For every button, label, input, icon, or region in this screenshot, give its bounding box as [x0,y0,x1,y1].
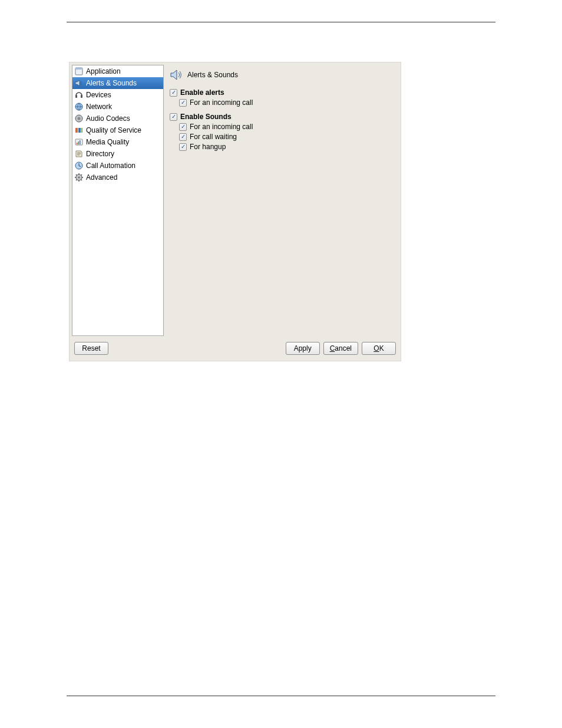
content-title: Alerts & Sounds [187,71,238,79]
group-enable-alerts: Enable alerts For an incoming call [170,88,394,107]
sidebar-item-label: Advanced [86,173,117,182]
checkbox-label: Enable Sounds [180,113,232,121]
sidebar-item-label: Network [86,103,112,111]
button-label: Cancel [330,344,352,353]
cancel-button[interactable]: Cancel [323,342,358,355]
checkbox-label: For an incoming call [190,98,253,107]
svg-rect-7 [75,128,78,133]
checkbox-label: For an incoming call [190,123,253,131]
directory-icon [74,149,84,159]
svg-rect-3 [81,95,82,98]
sidebar-item-media-quality[interactable]: Media Quality [72,136,163,148]
button-label: Reset [82,344,100,353]
qos-icon [74,126,84,135]
sidebar-item-label: Devices [86,91,111,99]
button-label: Apply [294,344,312,353]
checkbox-label: Enable alerts [180,88,224,97]
sidebar-item-alerts-sounds[interactable]: Alerts & Sounds [72,77,163,89]
apply-button[interactable]: Apply [286,342,320,355]
gear-icon [74,173,84,182]
sidebar-item-application[interactable]: Application [72,65,163,77]
checkmark-icon [179,123,187,131]
speaker-icon [74,78,84,88]
svg-rect-2 [75,95,77,98]
page-rule-bottom [67,696,495,696]
checkmark-icon [179,143,187,151]
checkbox-label: For hangup [190,143,226,151]
checkbox-sounds-incoming-call[interactable]: For an incoming call [179,123,394,131]
sidebar-item-label: Application [86,67,121,75]
sidebar-item-label: Audio Codecs [86,114,130,123]
svg-point-6 [78,117,81,120]
media-quality-icon [74,137,84,147]
reset-button[interactable]: Reset [74,342,108,355]
checkbox-label: For call waiting [190,133,237,141]
preferences-dialog: Application Alerts & Sounds Devices [69,62,401,361]
sidebar-item-label: Directory [86,150,114,158]
svg-rect-9 [81,128,82,133]
automation-icon [74,161,84,170]
checkmark-icon [170,113,177,121]
svg-rect-12 [78,141,80,144]
checkbox-enable-alerts[interactable]: Enable alerts [170,88,394,97]
checkmark-icon [170,89,177,97]
button-label: OK [373,344,384,353]
settings-sidebar: Application Alerts & Sounds Devices [72,65,164,336]
sidebar-item-directory[interactable]: Directory [72,148,163,160]
content-pane: Alerts & Sounds Enable alerts For an inc… [170,65,397,336]
checkbox-alerts-incoming-call[interactable]: For an incoming call [179,98,394,107]
sidebar-item-label: Alerts & Sounds [86,79,137,87]
checkmark-icon [179,133,187,141]
headset-icon [74,90,84,100]
svg-rect-1 [75,68,82,70]
sidebar-item-advanced[interactable]: Advanced [72,172,163,183]
sidebar-item-label: Media Quality [86,138,129,146]
window-icon [74,67,84,76]
speaker-icon [170,68,183,81]
svg-rect-8 [78,128,81,133]
checkbox-sounds-call-waiting[interactable]: For call waiting [179,133,394,141]
sidebar-item-network[interactable]: Network [72,101,163,113]
sidebar-item-audio-codecs[interactable]: Audio Codecs [72,113,163,124]
svg-point-16 [78,176,80,179]
dialog-footer: Reset Apply Cancel OK [70,340,401,361]
checkbox-enable-sounds[interactable]: Enable Sounds [170,113,394,121]
checkbox-sounds-hangup[interactable]: For hangup [179,143,394,151]
sidebar-item-label: Quality of Service [86,126,141,134]
sidebar-item-devices[interactable]: Devices [72,89,163,101]
sidebar-item-call-automation[interactable]: Call Automation [72,160,163,172]
globe-icon [74,102,84,111]
sidebar-item-label: Call Automation [86,162,135,170]
checkmark-icon [179,99,187,107]
svg-rect-11 [77,143,78,144]
codec-icon [74,114,84,123]
ok-button[interactable]: OK [362,342,396,355]
group-enable-sounds: Enable Sounds For an incoming call For c… [170,113,394,151]
svg-rect-13 [80,140,81,144]
page-rule-top [67,22,495,22]
sidebar-item-quality-of-service[interactable]: Quality of Service [72,124,163,136]
content-header: Alerts & Sounds [170,68,394,81]
